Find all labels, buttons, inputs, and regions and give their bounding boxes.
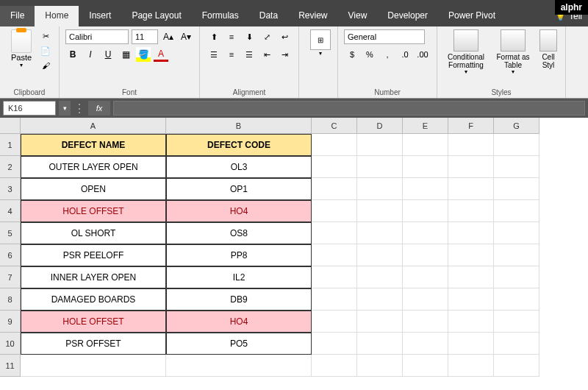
paste-button[interactable]: Paste ▾ (6, 29, 37, 72)
cell-B7[interactable]: IL2 (166, 266, 312, 288)
cell-A1[interactable]: DEFECT NAME (21, 134, 166, 156)
cell-A10[interactable]: PSR OFFSET (21, 333, 166, 355)
decrease-font-button[interactable]: A▾ (179, 29, 193, 44)
cell-E1[interactable] (403, 134, 448, 156)
cell-F4[interactable] (448, 200, 494, 222)
row-header-3[interactable]: 3 (0, 178, 21, 200)
tab-page-layout[interactable]: Page Layout (121, 6, 191, 26)
cell-A3[interactable]: OPEN (21, 178, 166, 200)
cell-G7[interactable] (494, 266, 539, 288)
cell-C11[interactable] (312, 355, 357, 377)
cell-A2[interactable]: OUTER LAYER OPEN (21, 156, 166, 178)
column-header-C[interactable]: C (312, 118, 357, 134)
column-header-A[interactable]: A (21, 118, 166, 134)
bold-button[interactable]: B (65, 47, 80, 62)
fx-button[interactable]: fx (88, 101, 110, 116)
accounting-format-button[interactable]: $ (344, 47, 360, 62)
cell-D1[interactable] (357, 134, 403, 156)
cell-E3[interactable] (403, 178, 448, 200)
cell-D9[interactable] (357, 311, 403, 333)
increase-indent-button[interactable]: ⇥ (276, 47, 293, 62)
cell-F7[interactable] (448, 266, 494, 288)
column-header-E[interactable]: E (403, 118, 448, 134)
cell-G1[interactable] (494, 134, 539, 156)
cell-C9[interactable] (312, 311, 357, 333)
cell-B4[interactable]: HO4 (166, 200, 312, 222)
name-box-dropdown[interactable]: ▾ (59, 101, 71, 116)
tab-file[interactable]: File (0, 6, 35, 26)
copy-button[interactable]: 📄 (38, 44, 53, 57)
tab-formulas[interactable]: Formulas (192, 6, 249, 26)
cell-F1[interactable] (448, 134, 494, 156)
cell-A6[interactable]: PSR PEELOFF (21, 244, 166, 266)
cell-B6[interactable]: PP8 (166, 244, 312, 266)
tab-review[interactable]: Review (288, 6, 337, 26)
cell-C7[interactable] (312, 266, 357, 288)
font-color-button[interactable]: A (154, 47, 168, 62)
font-size-select[interactable] (132, 29, 158, 44)
tab-view[interactable]: View (338, 6, 378, 26)
cell-D10[interactable] (357, 333, 403, 355)
cell-D8[interactable] (357, 288, 403, 311)
column-header-F[interactable]: F (448, 118, 494, 134)
cell-C6[interactable] (312, 244, 357, 266)
cell-styles-button[interactable]: Cell Styl (537, 29, 559, 76)
cell-D6[interactable] (357, 244, 403, 266)
increase-decimal-button[interactable]: .0 (397, 47, 413, 62)
row-header-8[interactable]: 8 (0, 288, 21, 311)
cell-B9[interactable]: HO4 (166, 311, 312, 333)
cell-B2[interactable]: OL3 (166, 156, 312, 178)
align-center-button[interactable]: ≡ (223, 47, 240, 62)
row-header-5[interactable]: 5 (0, 222, 21, 244)
row-header-1[interactable]: 1 (0, 134, 21, 156)
cell-C4[interactable] (312, 200, 357, 222)
cell-G3[interactable] (494, 178, 539, 200)
cell-E7[interactable] (403, 266, 448, 288)
underline-button[interactable]: U (101, 47, 115, 62)
cell-D11[interactable] (357, 355, 403, 377)
align-right-button[interactable]: ☰ (241, 47, 257, 62)
tab-power-pivot[interactable]: Power Pivot (438, 6, 506, 26)
cell-C3[interactable] (312, 178, 357, 200)
cell-B10[interactable]: PO5 (166, 333, 312, 355)
cell-B3[interactable]: OP1 (166, 178, 312, 200)
cell-E11[interactable] (403, 355, 448, 377)
cell-G11[interactable] (494, 355, 539, 377)
align-top-button[interactable]: ⬆ (206, 29, 222, 44)
row-header-11[interactable]: 11 (0, 355, 21, 377)
fill-color-button[interactable]: 🪣 (136, 47, 151, 62)
cell-G9[interactable] (494, 311, 539, 333)
cut-button[interactable]: ✂ (38, 29, 53, 43)
cell-C8[interactable] (312, 288, 357, 311)
cell-D4[interactable] (357, 200, 403, 222)
row-header-10[interactable]: 10 (0, 333, 21, 355)
orientation-button[interactable]: ⤢ (259, 29, 275, 44)
comma-format-button[interactable]: , (379, 47, 395, 62)
row-header-9[interactable]: 9 (0, 311, 21, 333)
cell-G5[interactable] (494, 222, 539, 244)
tab-insert[interactable]: Insert (79, 6, 121, 26)
cell-E2[interactable] (403, 156, 448, 178)
column-header-G[interactable]: G (494, 118, 539, 134)
name-box[interactable] (3, 101, 56, 116)
wrap-text-button[interactable]: ↩ (276, 29, 293, 44)
format-as-table-button[interactable]: Format as Table▾ (490, 29, 536, 76)
cell-A5[interactable]: OL SHORT (21, 222, 166, 244)
row-header-2[interactable]: 2 (0, 156, 21, 178)
cell-E4[interactable] (403, 200, 448, 222)
format-painter-button[interactable]: 🖌 (38, 59, 53, 72)
row-header-4[interactable]: 4 (0, 200, 21, 222)
cell-G2[interactable] (494, 156, 539, 178)
italic-button[interactable]: I (83, 47, 98, 62)
cell-F3[interactable] (448, 178, 494, 200)
row-header-7[interactable]: 7 (0, 266, 21, 288)
cell-F6[interactable] (448, 244, 494, 266)
cell-C1[interactable] (312, 134, 357, 156)
column-header-B[interactable]: B (166, 118, 312, 134)
cell-A8[interactable]: DAMAGED BOARDS (21, 288, 166, 311)
cell-E6[interactable] (403, 244, 448, 266)
cell-A9[interactable]: HOLE OFFSET (21, 311, 166, 333)
cell-C2[interactable] (312, 156, 357, 178)
cell-E5[interactable] (403, 222, 448, 244)
cell-F5[interactable] (448, 222, 494, 244)
